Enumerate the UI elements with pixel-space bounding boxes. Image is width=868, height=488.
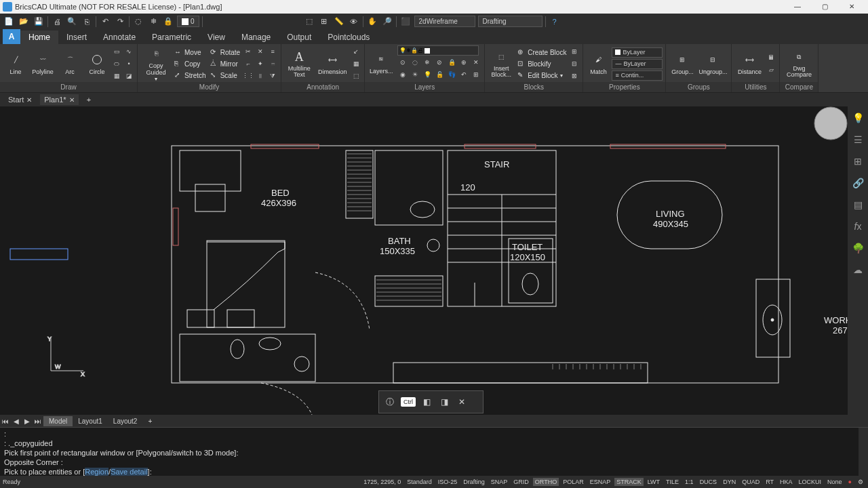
- arc-button[interactable]: ⌒Arc: [57, 45, 83, 82]
- redo-icon[interactable]: ↷: [114, 16, 126, 28]
- mode2-icon[interactable]: ◨: [437, 395, 451, 409]
- pan-icon[interactable]: ✋: [366, 16, 378, 28]
- print-icon[interactable]: 🖨: [51, 16, 63, 28]
- select-icon[interactable]: ⬚: [303, 16, 315, 28]
- cmd-scrollbar[interactable]: [859, 428, 868, 476]
- ellipse-icon[interactable]: ⬭: [111, 58, 122, 69]
- entities-icon[interactable]: ⊞: [852, 155, 864, 167]
- toggle-none[interactable]: None: [825, 478, 844, 486]
- laylck-icon[interactable]: 🔒: [446, 57, 457, 68]
- layulk-icon[interactable]: 🔓: [434, 69, 445, 80]
- close-start-icon[interactable]: ✕: [26, 96, 32, 104]
- join-icon[interactable]: ⧩: [267, 70, 278, 81]
- toggle-tile[interactable]: TILE: [664, 478, 681, 486]
- laymcur-icon[interactable]: ⊙: [397, 57, 408, 68]
- point-icon[interactable]: •: [123, 58, 134, 69]
- toggle-grid[interactable]: GRID: [511, 478, 531, 486]
- copy-guided-button[interactable]: ⎘Copy Guided▾: [140, 45, 172, 82]
- toggle-ducs[interactable]: DUCS: [698, 478, 719, 486]
- blk1-icon[interactable]: ⊞: [569, 46, 580, 57]
- tab-output[interactable]: Output: [279, 30, 319, 44]
- move-button[interactable]: ↔Move: [173, 47, 208, 58]
- layout-first-icon[interactable]: ⏮: [0, 418, 11, 425]
- blk2-icon[interactable]: ⊟: [569, 58, 580, 69]
- panels-icon[interactable]: ☰: [852, 134, 864, 146]
- line-button[interactable]: ╱Line: [3, 45, 28, 82]
- tips-icon[interactable]: 💡: [852, 112, 864, 124]
- align-icon[interactable]: ≡: [267, 46, 278, 57]
- status-iso[interactable]: ISO-25: [436, 478, 460, 486]
- array-icon[interactable]: ⋮⋮: [243, 70, 254, 81]
- color-dropdown[interactable]: ByLayer: [612, 47, 663, 58]
- cloud-icon[interactable]: ☁: [852, 264, 864, 276]
- dwg-compare-button[interactable]: ⧉Dwg Compare: [783, 45, 815, 82]
- doctab-start[interactable]: Start✕: [4, 94, 36, 105]
- tab-home[interactable]: Home: [20, 30, 58, 44]
- help-icon[interactable]: ?: [549, 16, 561, 28]
- layout-prev-icon[interactable]: ◀: [11, 418, 22, 425]
- maximize-button[interactable]: ▢: [811, 0, 838, 14]
- toggle-scale[interactable]: 1:1: [683, 478, 696, 486]
- laystate-icon[interactable]: ⊞: [471, 69, 481, 80]
- toggle-polar[interactable]: POLAR: [561, 478, 586, 486]
- publish-icon[interactable]: ⎘: [81, 16, 93, 28]
- layerlock-icon[interactable]: 🔒: [162, 16, 174, 28]
- selsim-icon[interactable]: ⊞: [318, 16, 330, 28]
- layeriso-icon[interactable]: ◌: [132, 16, 144, 28]
- stretch-button[interactable]: ⤢Stretch: [173, 70, 208, 81]
- offset-icon[interactable]: ⫴: [255, 70, 266, 81]
- distance-button[interactable]: ⟷Distance: [734, 45, 764, 82]
- measure-icon[interactable]: 📏: [333, 16, 345, 28]
- match-button[interactable]: 🖌Match: [586, 45, 610, 82]
- toggle-lwt[interactable]: LWT: [646, 478, 662, 486]
- toggle-dyn[interactable]: DYN: [721, 478, 738, 486]
- scale-button[interactable]: ⤡Scale: [209, 70, 241, 81]
- isolate-icon[interactable]: 👁: [348, 16, 360, 28]
- layers-button[interactable]: ≋Layers...: [368, 46, 395, 80]
- attach-icon[interactable]: 🔗: [852, 177, 864, 189]
- fillet-icon[interactable]: ⌐: [243, 58, 254, 69]
- close-button[interactable]: ✕: [838, 0, 865, 14]
- tab-insert[interactable]: Insert: [58, 30, 95, 44]
- polyline-button[interactable]: 〰Polyline: [30, 45, 56, 82]
- structure-icon[interactable]: 🌳: [852, 242, 864, 254]
- laythw-icon[interactable]: ☀: [410, 69, 420, 80]
- status-rec-icon[interactable]: ●: [846, 478, 854, 486]
- doctab-plan1[interactable]: Plan1*✕: [40, 94, 78, 105]
- copy-button[interactable]: ⎘Copy: [173, 58, 208, 69]
- tab-annotate[interactable]: Annotate: [95, 30, 144, 44]
- command-window[interactable]: : : ._copyguided Pick first point of rec…: [0, 427, 868, 476]
- zoom-icon[interactable]: 🔎: [381, 16, 393, 28]
- group-button[interactable]: ⊞Group...: [669, 45, 696, 82]
- tab-parametric[interactable]: Parametric: [144, 30, 199, 44]
- toggle-ortho[interactable]: ORTHO: [533, 478, 559, 486]
- ungroup-button[interactable]: ⊟Ungroup...: [697, 45, 728, 82]
- layuniso-icon[interactable]: ◉: [397, 69, 408, 80]
- circle-button[interactable]: Circle: [84, 45, 110, 82]
- area-icon[interactable]: ▱: [766, 64, 776, 75]
- layout-model[interactable]: Model: [43, 416, 73, 426]
- layon-icon[interactable]: 💡: [422, 69, 433, 80]
- dimension-button[interactable]: ⟷Dimension: [315, 45, 349, 82]
- tab-view[interactable]: View: [199, 30, 233, 44]
- hatch-icon[interactable]: ▦: [111, 70, 122, 81]
- toggle-quad[interactable]: QUAD: [740, 478, 762, 486]
- toggle-rt[interactable]: RT: [764, 478, 776, 486]
- visual-style-dropdown[interactable]: 2dWireframe: [414, 16, 475, 27]
- mode1-icon[interactable]: ◧: [420, 395, 433, 409]
- open-icon[interactable]: 📂: [18, 16, 30, 28]
- layoff-icon[interactable]: ⊘: [434, 57, 445, 68]
- table-icon[interactable]: ▦: [351, 58, 361, 69]
- status-std[interactable]: Standard: [405, 478, 434, 486]
- region-icon[interactable]: ◪: [123, 70, 134, 81]
- status-gear-icon[interactable]: ⚙: [856, 478, 865, 486]
- break-icon[interactable]: ⎓: [267, 58, 278, 69]
- layer-dropdown[interactable]: 💡❄🔒🖨: [397, 45, 479, 56]
- layout-last-icon[interactable]: ⏭: [33, 418, 43, 425]
- blk3-icon[interactable]: ⊠: [569, 70, 580, 81]
- status-ws[interactable]: Drafting: [461, 478, 487, 486]
- toggle-strack[interactable]: STRACK: [614, 478, 644, 486]
- toggle-hka[interactable]: HKA: [778, 478, 795, 486]
- mirror-button[interactable]: ⧊Mirror: [209, 58, 241, 69]
- explode-icon[interactable]: ✦: [255, 58, 266, 69]
